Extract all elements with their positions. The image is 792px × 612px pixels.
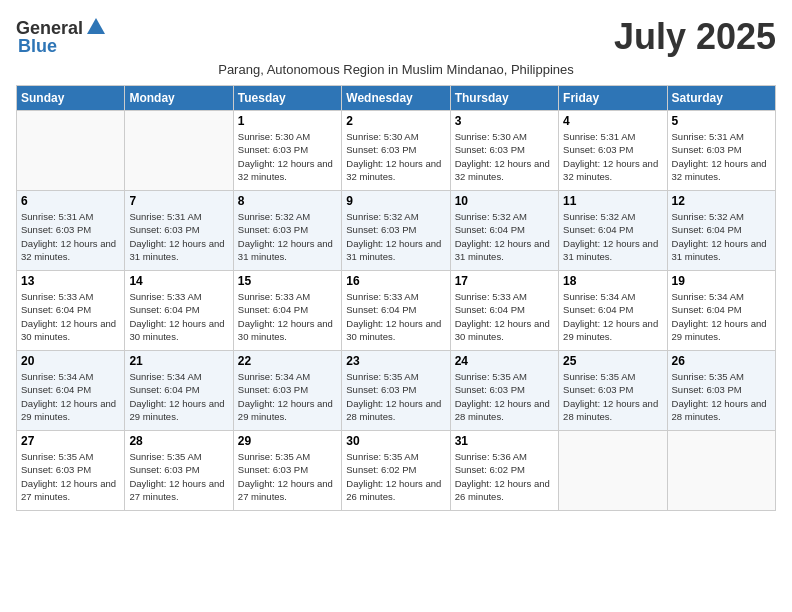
- day-number: 8: [238, 194, 337, 208]
- calendar-cell: 20Sunrise: 5:34 AMSunset: 6:04 PMDayligh…: [17, 351, 125, 431]
- calendar-cell: 30Sunrise: 5:35 AMSunset: 6:02 PMDayligh…: [342, 431, 450, 511]
- day-number: 22: [238, 354, 337, 368]
- day-info: Sunrise: 5:33 AMSunset: 6:04 PMDaylight:…: [21, 290, 120, 343]
- calendar-cell: 10Sunrise: 5:32 AMSunset: 6:04 PMDayligh…: [450, 191, 558, 271]
- day-info: Sunrise: 5:30 AMSunset: 6:03 PMDaylight:…: [455, 130, 554, 183]
- day-info: Sunrise: 5:32 AMSunset: 6:03 PMDaylight:…: [238, 210, 337, 263]
- calendar-cell: 26Sunrise: 5:35 AMSunset: 6:03 PMDayligh…: [667, 351, 775, 431]
- day-info: Sunrise: 5:31 AMSunset: 6:03 PMDaylight:…: [129, 210, 228, 263]
- day-info: Sunrise: 5:31 AMSunset: 6:03 PMDaylight:…: [672, 130, 771, 183]
- calendar-week-row: 1Sunrise: 5:30 AMSunset: 6:03 PMDaylight…: [17, 111, 776, 191]
- calendar-cell: 12Sunrise: 5:32 AMSunset: 6:04 PMDayligh…: [667, 191, 775, 271]
- day-info: Sunrise: 5:31 AMSunset: 6:03 PMDaylight:…: [563, 130, 662, 183]
- day-number: 11: [563, 194, 662, 208]
- calendar-cell: 5Sunrise: 5:31 AMSunset: 6:03 PMDaylight…: [667, 111, 775, 191]
- day-number: 18: [563, 274, 662, 288]
- calendar-week-row: 27Sunrise: 5:35 AMSunset: 6:03 PMDayligh…: [17, 431, 776, 511]
- calendar-cell: 23Sunrise: 5:35 AMSunset: 6:03 PMDayligh…: [342, 351, 450, 431]
- day-number: 26: [672, 354, 771, 368]
- day-number: 2: [346, 114, 445, 128]
- day-number: 16: [346, 274, 445, 288]
- weekday-header-sunday: Sunday: [17, 86, 125, 111]
- month-year-title: July 2025: [614, 16, 776, 58]
- day-number: 12: [672, 194, 771, 208]
- calendar-cell: 31Sunrise: 5:36 AMSunset: 6:02 PMDayligh…: [450, 431, 558, 511]
- day-info: Sunrise: 5:35 AMSunset: 6:03 PMDaylight:…: [563, 370, 662, 423]
- calendar-cell: 2Sunrise: 5:30 AMSunset: 6:03 PMDaylight…: [342, 111, 450, 191]
- day-info: Sunrise: 5:31 AMSunset: 6:03 PMDaylight:…: [21, 210, 120, 263]
- calendar-cell: 6Sunrise: 5:31 AMSunset: 6:03 PMDaylight…: [17, 191, 125, 271]
- day-info: Sunrise: 5:35 AMSunset: 6:03 PMDaylight:…: [129, 450, 228, 503]
- calendar-subtitle: Parang, Autonomous Region in Muslim Mind…: [16, 62, 776, 77]
- day-number: 13: [21, 274, 120, 288]
- day-number: 4: [563, 114, 662, 128]
- calendar-cell: 11Sunrise: 5:32 AMSunset: 6:04 PMDayligh…: [559, 191, 667, 271]
- calendar-cell: 22Sunrise: 5:34 AMSunset: 6:03 PMDayligh…: [233, 351, 341, 431]
- day-info: Sunrise: 5:32 AMSunset: 6:04 PMDaylight:…: [455, 210, 554, 263]
- day-number: 10: [455, 194, 554, 208]
- svg-marker-0: [87, 18, 105, 34]
- day-number: 31: [455, 434, 554, 448]
- calendar-cell: [125, 111, 233, 191]
- day-info: Sunrise: 5:35 AMSunset: 6:03 PMDaylight:…: [672, 370, 771, 423]
- weekday-header-row: SundayMondayTuesdayWednesdayThursdayFrid…: [17, 86, 776, 111]
- day-number: 6: [21, 194, 120, 208]
- day-number: 19: [672, 274, 771, 288]
- day-info: Sunrise: 5:35 AMSunset: 6:02 PMDaylight:…: [346, 450, 445, 503]
- logo: General Blue: [16, 16, 107, 57]
- page-header: General Blue July 2025: [16, 16, 776, 58]
- day-info: Sunrise: 5:33 AMSunset: 6:04 PMDaylight:…: [129, 290, 228, 343]
- weekday-header-wednesday: Wednesday: [342, 86, 450, 111]
- day-info: Sunrise: 5:33 AMSunset: 6:04 PMDaylight:…: [346, 290, 445, 343]
- calendar-cell: 7Sunrise: 5:31 AMSunset: 6:03 PMDaylight…: [125, 191, 233, 271]
- weekday-header-saturday: Saturday: [667, 86, 775, 111]
- day-number: 30: [346, 434, 445, 448]
- calendar-cell: 19Sunrise: 5:34 AMSunset: 6:04 PMDayligh…: [667, 271, 775, 351]
- day-info: Sunrise: 5:34 AMSunset: 6:04 PMDaylight:…: [672, 290, 771, 343]
- day-number: 20: [21, 354, 120, 368]
- calendar-cell: 9Sunrise: 5:32 AMSunset: 6:03 PMDaylight…: [342, 191, 450, 271]
- day-info: Sunrise: 5:35 AMSunset: 6:03 PMDaylight:…: [238, 450, 337, 503]
- day-info: Sunrise: 5:34 AMSunset: 6:03 PMDaylight:…: [238, 370, 337, 423]
- day-number: 15: [238, 274, 337, 288]
- calendar-cell: 17Sunrise: 5:33 AMSunset: 6:04 PMDayligh…: [450, 271, 558, 351]
- day-number: 5: [672, 114, 771, 128]
- day-info: Sunrise: 5:33 AMSunset: 6:04 PMDaylight:…: [455, 290, 554, 343]
- calendar-cell: 28Sunrise: 5:35 AMSunset: 6:03 PMDayligh…: [125, 431, 233, 511]
- weekday-header-monday: Monday: [125, 86, 233, 111]
- day-number: 24: [455, 354, 554, 368]
- day-number: 1: [238, 114, 337, 128]
- day-info: Sunrise: 5:32 AMSunset: 6:04 PMDaylight:…: [563, 210, 662, 263]
- calendar-cell: 3Sunrise: 5:30 AMSunset: 6:03 PMDaylight…: [450, 111, 558, 191]
- day-number: 25: [563, 354, 662, 368]
- calendar-week-row: 6Sunrise: 5:31 AMSunset: 6:03 PMDaylight…: [17, 191, 776, 271]
- day-info: Sunrise: 5:32 AMSunset: 6:04 PMDaylight:…: [672, 210, 771, 263]
- calendar-week-row: 20Sunrise: 5:34 AMSunset: 6:04 PMDayligh…: [17, 351, 776, 431]
- calendar-cell: 15Sunrise: 5:33 AMSunset: 6:04 PMDayligh…: [233, 271, 341, 351]
- calendar-cell: [559, 431, 667, 511]
- day-info: Sunrise: 5:35 AMSunset: 6:03 PMDaylight:…: [346, 370, 445, 423]
- day-info: Sunrise: 5:35 AMSunset: 6:03 PMDaylight:…: [455, 370, 554, 423]
- day-number: 23: [346, 354, 445, 368]
- calendar-cell: [667, 431, 775, 511]
- day-number: 27: [21, 434, 120, 448]
- day-info: Sunrise: 5:32 AMSunset: 6:03 PMDaylight:…: [346, 210, 445, 263]
- calendar-cell: 24Sunrise: 5:35 AMSunset: 6:03 PMDayligh…: [450, 351, 558, 431]
- calendar-cell: 27Sunrise: 5:35 AMSunset: 6:03 PMDayligh…: [17, 431, 125, 511]
- calendar-cell: 16Sunrise: 5:33 AMSunset: 6:04 PMDayligh…: [342, 271, 450, 351]
- weekday-header-tuesday: Tuesday: [233, 86, 341, 111]
- day-number: 17: [455, 274, 554, 288]
- weekday-header-thursday: Thursday: [450, 86, 558, 111]
- day-number: 9: [346, 194, 445, 208]
- calendar-cell: [17, 111, 125, 191]
- day-info: Sunrise: 5:35 AMSunset: 6:03 PMDaylight:…: [21, 450, 120, 503]
- day-number: 7: [129, 194, 228, 208]
- calendar-cell: 8Sunrise: 5:32 AMSunset: 6:03 PMDaylight…: [233, 191, 341, 271]
- logo-blue-text: Blue: [18, 36, 57, 57]
- calendar-cell: 18Sunrise: 5:34 AMSunset: 6:04 PMDayligh…: [559, 271, 667, 351]
- calendar-cell: 25Sunrise: 5:35 AMSunset: 6:03 PMDayligh…: [559, 351, 667, 431]
- day-number: 3: [455, 114, 554, 128]
- day-info: Sunrise: 5:30 AMSunset: 6:03 PMDaylight:…: [346, 130, 445, 183]
- calendar-cell: 29Sunrise: 5:35 AMSunset: 6:03 PMDayligh…: [233, 431, 341, 511]
- calendar-table: SundayMondayTuesdayWednesdayThursdayFrid…: [16, 85, 776, 511]
